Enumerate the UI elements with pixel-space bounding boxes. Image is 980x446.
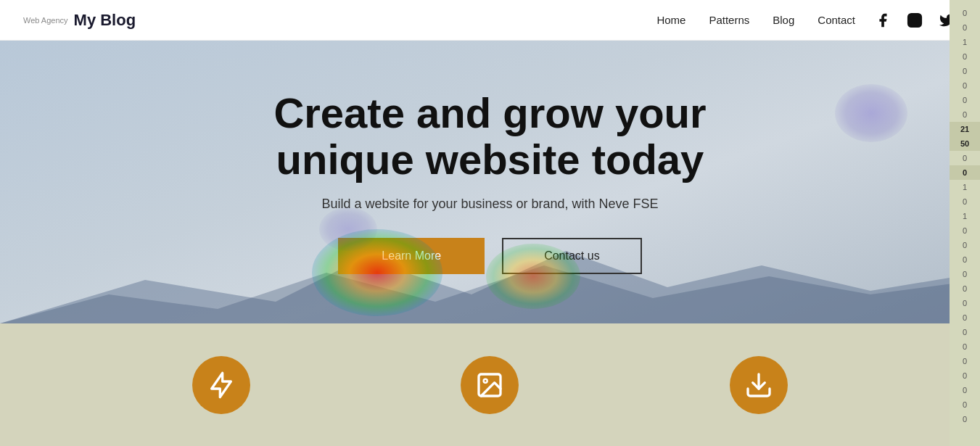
sidebar-row-0: 0 xyxy=(950,6,980,20)
sidebar-row-21: 0 xyxy=(950,310,980,325)
nav-blog[interactable]: Blog xyxy=(773,14,794,26)
hero-subtitle: Build a website for your business or bra… xyxy=(273,197,706,212)
nav-home[interactable]: Home xyxy=(656,14,685,26)
download-icon xyxy=(744,371,773,400)
lightning-icon xyxy=(207,371,236,400)
sidebar-row-5: 0 xyxy=(950,78,980,93)
feature-icon-power xyxy=(192,356,250,414)
main-nav: Home Patterns Blog Contact xyxy=(656,14,855,26)
svg-point-2 xyxy=(918,16,919,17)
sidebar-row-25: 0 xyxy=(950,368,980,383)
sidebar-row-7: 0 xyxy=(950,107,980,122)
hero-buttons: Learn More Contact us xyxy=(273,238,706,274)
sidebar-row-20: 0 xyxy=(950,296,980,310)
sidebar-row-11: 0 xyxy=(950,165,980,180)
sidebar-row-6: 0 xyxy=(950,93,980,107)
features-section xyxy=(0,323,980,446)
instagram-icon[interactable] xyxy=(905,10,925,30)
sidebar-row-19: 0 xyxy=(950,281,980,296)
sidebar-row-1: 0 xyxy=(950,20,980,35)
nav-contact[interactable]: Contact xyxy=(818,14,855,26)
heatmap-top-right xyxy=(835,84,907,142)
hero-title: Create and grow your unique website toda… xyxy=(273,90,706,183)
svg-point-6 xyxy=(484,379,487,383)
sidebar-row-10: 0 xyxy=(950,151,980,165)
sidebar-row-16: 0 xyxy=(950,238,980,252)
sidebar-row-22: 0 xyxy=(950,325,980,339)
social-icons xyxy=(873,10,957,30)
facebook-icon[interactable] xyxy=(873,10,893,30)
sidebar-row-24: 0 xyxy=(950,354,980,368)
right-sidebar: 0 0 1 0 0 0 0 0 21 50 0 0 1 0 1 0 0 0 0 … xyxy=(950,0,980,446)
header: Web Agency My Blog Home Patterns Blog Co… xyxy=(0,0,980,41)
sidebar-row-13: 0 xyxy=(950,194,980,209)
sidebar-row-14: 1 xyxy=(950,209,980,223)
learn-more-button[interactable]: Learn More xyxy=(338,238,485,274)
feature-icon-download xyxy=(730,356,788,414)
feature-icon-image xyxy=(461,356,519,414)
sidebar-row-18: 0 xyxy=(950,267,980,281)
image-icon xyxy=(475,371,504,400)
sidebar-row-28: 0 xyxy=(950,412,980,426)
sidebar-row-8: 21 xyxy=(950,122,980,136)
svg-point-1 xyxy=(912,17,917,22)
hero-section: Create and grow your unique website toda… xyxy=(0,41,980,323)
sidebar-row-2: 1 xyxy=(950,35,980,49)
hero-content: Create and grow your unique website toda… xyxy=(244,90,735,275)
sidebar-row-27: 0 xyxy=(950,397,980,412)
sidebar-row-15: 0 xyxy=(950,223,980,238)
sidebar-row-9: 50 xyxy=(950,136,980,151)
sidebar-row-4: 0 xyxy=(950,64,980,78)
sidebar-row-17: 0 xyxy=(950,252,980,267)
brand-label: Web Agency xyxy=(23,16,68,25)
sidebar-row-23: 0 xyxy=(950,339,980,354)
brand-title: My Blog xyxy=(74,11,136,30)
sidebar-row-12: 1 xyxy=(950,180,980,194)
nav-patterns[interactable]: Patterns xyxy=(709,14,749,26)
contact-us-button[interactable]: Contact us xyxy=(502,238,641,274)
sidebar-row-3: 0 xyxy=(950,49,980,64)
sidebar-row-26: 0 xyxy=(950,383,980,397)
